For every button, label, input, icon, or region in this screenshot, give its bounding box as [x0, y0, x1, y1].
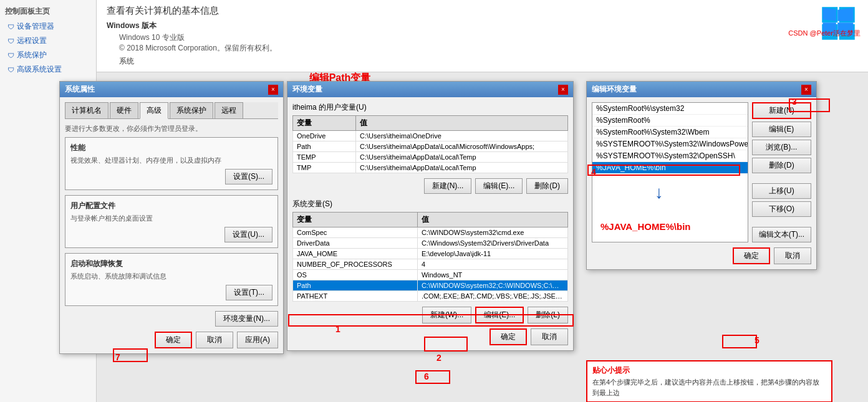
editenv-ok-btn[interactable]: 确定: [733, 247, 770, 264]
sys-vars-title: 系统变量(S): [292, 199, 568, 209]
editenv-dialog: 编辑环境变量 × %SystemRoot%\system32 %SystemRo…: [586, 81, 817, 270]
list-item[interactable]: %SystemRoot%\System32\Wbem: [592, 127, 748, 138]
table-row[interactable]: ComSpecC:\WINDOWS\system32\cmd.exe: [293, 227, 568, 238]
profile-title: 用户配置文件: [70, 201, 272, 211]
startup-desc: 系统启动、系统故障和调试信息: [70, 272, 272, 281]
user-vars-table: 变量 值 OneDriveC:\Users\itheima\OneDrive P…: [292, 115, 568, 173]
list-item[interactable]: %SYSTEMROOT%\System32\WindowsPowerShell\…: [592, 138, 748, 150]
editenv-cancel-btn[interactable]: 取消: [774, 247, 811, 264]
sys-vars-table: 变量 值 ComSpecC:\WINDOWS\system32\cmd.exe …: [292, 212, 568, 302]
tab-hardware[interactable]: 硬件: [110, 102, 138, 118]
tip-box: 贴心小提示 在第4个步骤完毕之后，建议选中内容并点击上移按钮，把第4步骤的内容放…: [586, 360, 832, 402]
sysprop-dialog: 系统属性 × 计算机名 硬件 高级 系统保护 远程 要进行大多数更改，你必须作为…: [59, 81, 284, 354]
windows-edition: Windows 10 专业版: [107, 32, 858, 43]
editenv-titlebar: 编辑环境变量 ×: [587, 82, 816, 97]
windows-version-label: Windows 版本: [107, 21, 858, 31]
sysprop-ok-btn[interactable]: 确定: [155, 332, 192, 348]
tip-title: 贴心小提示: [592, 365, 826, 376]
sysprop-cancel-btn[interactable]: 取消: [196, 332, 233, 348]
arrow-down: ↓: [655, 184, 663, 201]
sidebar-item-advanced[interactable]: 🛡 高级系统设置: [0, 62, 96, 77]
editenv-new-btn[interactable]: 新建(N): [752, 102, 811, 119]
sysprop-tab-bar: 计算机名 硬件 高级 系统保护 远程: [65, 102, 278, 119]
sysprop-apply-btn[interactable]: 应用(A): [237, 332, 278, 348]
editenv-movedown-btn[interactable]: 下移(O): [752, 201, 811, 217]
java-home-annotation: %JAVA_HOME%\bin: [600, 221, 690, 232]
shield-icon-3: 🛡: [7, 52, 14, 59]
shield-icon-2: 🛡: [7, 37, 14, 45]
badge-1: 1: [335, 324, 340, 334]
sys-del-btn[interactable]: 删除(L): [528, 307, 568, 323]
tab-sys-protect[interactable]: 系统保护: [170, 102, 213, 118]
sys-edit-btn[interactable]: 编辑(E)...: [475, 307, 524, 323]
sidebar-item-remote[interactable]: 🛡 远程设置: [0, 34, 96, 48]
list-item[interactable]: %SystemRoot%: [592, 115, 748, 127]
editenv-delete-btn[interactable]: 删除(D): [752, 158, 811, 173]
table-row[interactable]: OSWindows_NT: [293, 270, 568, 280]
startup-section: 启动和故障恢复 系统启动、系统故障和调试信息 设置(T)...: [65, 253, 278, 306]
table-row[interactable]: NUMBER_OF_PROCESSORS4: [293, 259, 568, 270]
user-edit-btn[interactable]: 编辑(E)...: [475, 178, 523, 194]
user-new-btn[interactable]: 新建(N)...: [424, 178, 472, 194]
table-row[interactable]: OneDriveC:\Users\itheima\OneDrive: [293, 131, 568, 141]
editenv-edit-btn[interactable]: 编辑(E): [752, 122, 811, 137]
list-item[interactable]: %SystemRoot%\system32: [592, 103, 748, 115]
sidebar-item-device-manager[interactable]: 🛡 设备管理器: [0, 19, 96, 34]
perf-title: 性能: [70, 143, 272, 153]
envvar-titlebar: 环境变量 ×: [287, 82, 573, 97]
shield-icon: 🛡: [7, 23, 14, 31]
perf-desc: 视觉效果、处理器计划、内存使用，以及虚拟内存: [70, 156, 272, 165]
windows-copyright: © 2018 Microsoft Corporation。保留所有权利。: [107, 43, 858, 54]
badge-3: 3: [792, 97, 797, 107]
sys-new-btn[interactable]: 新建(W)...: [422, 307, 471, 323]
svg-marker-5: [837, 8, 853, 21]
sidebar-title: 控制面板主页: [0, 4, 96, 19]
system-label: 系统: [107, 56, 858, 67]
badge-4: 4: [591, 167, 596, 177]
editenv-close-btn[interactable]: ×: [801, 85, 811, 95]
table-row[interactable]: PATHEXT.COM;.EXE;.BAT;.CMD;.VBS;.VBE;.JS…: [293, 291, 568, 302]
tab-advanced[interactable]: 高级: [140, 102, 168, 119]
env-vars-btn[interactable]: 环境变量(N)...: [215, 311, 278, 327]
sysprop-titlebar: 系统属性 ×: [60, 82, 283, 97]
shield-icon-4: 🛡: [7, 66, 14, 74]
user-del-btn[interactable]: 删除(D): [526, 178, 568, 194]
svg-marker-4: [823, 8, 836, 21]
list-item[interactable]: %SYSTEMROOT%\System32\OpenSSH\: [592, 150, 748, 162]
profile-settings-btn[interactable]: 设置(U)...: [224, 227, 272, 242]
editenv-edittext-btn[interactable]: 编辑文本(T)...: [752, 227, 811, 242]
startup-title: 启动和故障恢复: [70, 259, 272, 269]
envvar-ok-btn[interactable]: 确定: [489, 328, 527, 345]
startup-settings-btn[interactable]: 设置(T)...: [226, 285, 272, 300]
profile-desc: 与登录帐户相关的桌面设置: [70, 214, 272, 223]
table-row[interactable]: PathC:\Users\itheima\AppData\Local\Micro…: [293, 141, 568, 152]
side-btns-col: 新建(N) 编辑(E) 浏览(B)... 删除(D) 上移(U) 下移(O) 编…: [748, 102, 811, 242]
envvar-cancel-btn[interactable]: 取消: [531, 328, 568, 345]
perf-section: 性能 视觉效果、处理器计划、内存使用，以及虚拟内存 设置(S)...: [65, 137, 278, 190]
table-row[interactable]: DriverDataC:\Windows\System32\Drivers\Dr…: [293, 238, 568, 249]
sysprop-warning: 要进行大多数更改，你必须作为管理员登录。: [65, 124, 278, 133]
page-title: 查看有关计算机的基本信息: [107, 5, 858, 17]
user-vars-title: itheima 的用户变量(U): [292, 102, 568, 113]
badge-6: 6: [424, 371, 429, 381]
editenv-moveup-btn[interactable]: 上移(U): [752, 183, 811, 199]
sysprop-close-btn[interactable]: ×: [268, 85, 278, 95]
tab-remote[interactable]: 远程: [215, 102, 243, 118]
csdn-label: CSDN @Peter活在梦里: [788, 29, 861, 38]
list-item-java[interactable]: %JAVA_HOME%\bin: [592, 162, 748, 174]
tab-computer-name[interactable]: 计算机名: [65, 102, 109, 118]
badge-5: 5: [755, 335, 760, 345]
envvar-close-btn[interactable]: ×: [558, 85, 568, 95]
table-row[interactable]: TEMPC:\Users\itheima\AppData\Local\Temp: [293, 152, 568, 163]
editenv-browse-btn[interactable]: 浏览(B)...: [752, 140, 811, 155]
envvar-dialog: 环境变量 × itheima 的用户变量(U) 变量 值 OneDriveC:\…: [287, 81, 574, 351]
perf-settings-btn[interactable]: 设置(S)...: [225, 169, 272, 184]
badge-2: 2: [436, 353, 441, 363]
badge-7: 7: [115, 352, 120, 362]
tip-content: 在第4个步骤完毕之后，建议选中内容并点击上移按钮，把第4步骤的内容放到最上边: [592, 377, 826, 398]
sidebar-item-sys-protect[interactable]: 🛡 系统保护: [0, 48, 96, 62]
table-row[interactable]: TMPC:\Users\itheima\AppData\Local\Temp: [293, 163, 568, 173]
table-row-path[interactable]: PathC:\WINDOWS\system32;C:\WINDOWS;C:\WI…: [293, 280, 568, 291]
profile-section: 用户配置文件 与登录帐户相关的桌面设置 设置(U)...: [65, 195, 278, 248]
table-row[interactable]: JAVA_HOMEE:\develop\Java\jdk-11: [293, 249, 568, 259]
